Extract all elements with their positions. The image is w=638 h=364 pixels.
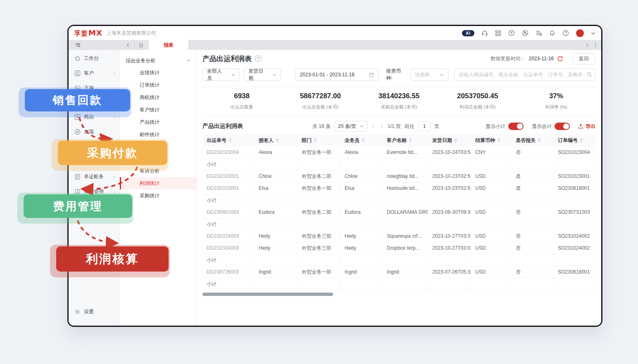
workbench-icon <box>74 55 81 61</box>
cell <box>383 218 428 230</box>
cell: 外贸业务一部 <box>298 266 340 278</box>
cell <box>298 158 340 170</box>
show-subtotal-toggle[interactable] <box>508 123 524 130</box>
cell <box>512 218 554 230</box>
submenu-item-1[interactable]: 订单统计 <box>120 79 196 91</box>
submenu-item-0[interactable]: 业绩统计 <box>120 66 196 79</box>
sidebar-item-settings[interactable]: 设置 <box>69 304 119 319</box>
sidebar-item-4[interactable]: 发现 <box>69 124 119 139</box>
t-badge-icon[interactable] <box>508 30 515 36</box>
column-header-8[interactable]: 订单编号 <box>554 134 595 147</box>
chevron-right-icon: › <box>114 174 115 180</box>
subtotal-row[interactable]: 小计 <box>202 278 595 290</box>
currency-select[interactable]: 请选择 <box>410 69 448 81</box>
cell: nowgfday ltd... <box>383 170 428 182</box>
prev-page-icon[interactable] <box>371 124 376 129</box>
table-row[interactable]: DG230801003Eudora外贸业务二部EudoraDOLLARAMA G… <box>202 206 595 218</box>
cell <box>255 278 298 290</box>
collapse-menu-icon[interactable] <box>75 42 81 48</box>
sidebar-item-0[interactable]: 工作台 <box>69 51 119 66</box>
cell: Hedy <box>255 230 298 242</box>
subtotal-row[interactable]: 小计 <box>202 254 595 266</box>
column-header-1[interactable]: 拥有人 <box>255 134 298 147</box>
cell: Ingrid <box>383 266 428 278</box>
tab-report[interactable]: 报表 <box>149 40 188 50</box>
tab-more-icon[interactable] <box>595 42 596 48</box>
submenu-group-business-analysis[interactable]: 综合业务分析 <box>120 55 196 66</box>
chevron-down-icon <box>272 73 276 77</box>
submenu-item-4[interactable]: 产品统计 <box>120 116 196 128</box>
column-header-0[interactable]: 出运单号 <box>202 134 255 147</box>
cell: Hedy <box>255 242 298 254</box>
cell: USD <box>471 242 512 254</box>
sort-icon <box>409 138 412 142</box>
date-range-value: 2023-01-01 - 2023-11-16 <box>300 72 355 78</box>
currency-filter-label: 筛查币种: <box>386 68 406 82</box>
avatar[interactable] <box>576 29 584 37</box>
column-header-5[interactable]: 发货日期 <box>428 134 471 147</box>
refresh-icon[interactable] <box>557 56 563 62</box>
column-header-4[interactable]: 客户名称 <box>383 134 428 147</box>
nav-home-icon[interactable] <box>138 43 144 48</box>
sidebar-item-5[interactable]: 单证船务› <box>69 169 119 184</box>
column-header-label: 是否报关 <box>516 137 536 144</box>
nav-back-icon[interactable] <box>126 43 131 47</box>
search-icon[interactable] <box>587 72 592 77</box>
cell <box>298 254 340 266</box>
cell <box>383 254 428 266</box>
show-subtotal-label: 显示小计 <box>486 123 505 130</box>
tab-scroll-right-icon[interactable] <box>585 43 590 47</box>
phone-icon[interactable] <box>522 30 528 36</box>
ai-assistant-icon[interactable]: AI <box>462 30 474 36</box>
table-row[interactable]: DG231024003Hedy外贸业务三部HedySquarespa crf..… <box>202 230 595 242</box>
date-range-picker[interactable]: 2023-01-01 - 2023-11-16 <box>295 69 379 81</box>
column-header-7[interactable]: 是否报关 <box>512 134 554 147</box>
cell: USD <box>471 266 512 278</box>
calendar-icon <box>369 72 374 77</box>
stat-value: 20537050.45 <box>438 92 517 100</box>
goto-page-input[interactable] <box>418 121 431 131</box>
subtotal-row[interactable]: 小计 <box>202 158 595 170</box>
cell: 2023-10-27T03:03:... <box>428 242 471 254</box>
cell: Alexia <box>255 147 298 158</box>
column-header-3[interactable]: 业务员 <box>340 134 383 147</box>
cell: DG230801003 <box>202 206 255 218</box>
table-row[interactable]: DG231023001Chloe外贸业务二部Chloenowgfday ltd.… <box>202 170 595 182</box>
cell: 外贸业务三部 <box>298 242 340 254</box>
table-row[interactable]: DG231024003Hedy外贸业务三部HedyDropbox terp...… <box>202 242 595 254</box>
chevron-down-icon[interactable] <box>591 31 595 35</box>
headset-icon[interactable] <box>481 30 488 36</box>
tasks-icon[interactable] <box>536 30 542 36</box>
search-input[interactable] <box>454 69 595 81</box>
cell <box>298 194 340 206</box>
page-size-select[interactable]: 20 条/页 <box>334 121 367 132</box>
bell-icon[interactable] <box>549 30 555 36</box>
badge-label: 采购付款 <box>87 145 138 161</box>
sort-icon <box>498 138 500 142</box>
scrollbar-thumb[interactable] <box>202 293 333 296</box>
submenu-item-7[interactable]: 利润统计 <box>120 177 196 189</box>
data-updated-value: 2023-11-16 <box>529 56 554 61</box>
column-header-6[interactable]: 结算币种 <box>471 134 512 147</box>
person-filter-select[interactable]: 全部人员 <box>202 69 240 81</box>
help-icon[interactable]: ? <box>255 55 262 62</box>
stat-value: 58677287.00 <box>281 92 359 100</box>
subtotal-row[interactable]: 小计 <box>202 218 595 230</box>
subtotal-row[interactable]: 小计 <box>202 194 595 206</box>
table-row[interactable]: DG231023001Elsa外贸业务一部ElsaHootsuite tof..… <box>202 182 595 194</box>
sidebar-item-label: 客户 <box>84 70 94 77</box>
cell <box>340 278 383 290</box>
export-button[interactable]: 导出 <box>578 123 595 130</box>
table-row[interactable]: DG231023004Alexia外贸业务一部AlexiaEvernote lt… <box>202 147 595 158</box>
cell <box>383 278 428 290</box>
app-window: 孚盟 MX 上海孚圣贸易有限公司 AI 报表 <box>67 25 602 327</box>
column-header-2[interactable]: 部门 <box>298 134 340 147</box>
next-page-icon[interactable] <box>379 124 384 129</box>
apps-icon[interactable] <box>495 30 501 36</box>
table-row[interactable]: DG230726003Ingrid外贸业务一部IngridIngrid2023-… <box>202 266 595 278</box>
sidebar-item-1[interactable]: 客户› <box>69 66 119 80</box>
date-type-select[interactable]: 发货日期 <box>244 69 281 81</box>
show-total-toggle[interactable] <box>555 123 570 130</box>
help-icon[interactable] <box>562 30 569 36</box>
back-button[interactable]: 返回 <box>572 53 595 64</box>
